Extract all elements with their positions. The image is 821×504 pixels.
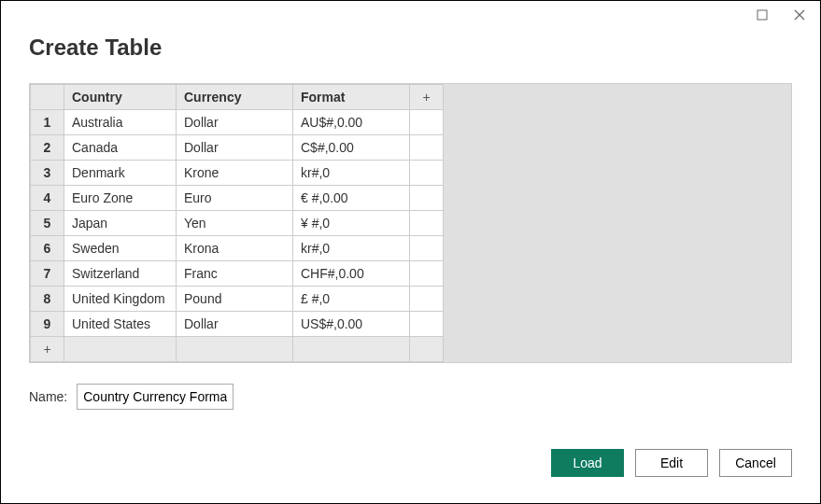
name-row: Name: [29, 384, 792, 410]
table-row: 2CanadaDollarC$#,0.00 [31, 135, 444, 161]
row-header[interactable]: 6 [31, 236, 64, 261]
create-table-dialog: Create Table Country Currency Format + 1… [0, 0, 821, 504]
name-input[interactable] [77, 384, 234, 410]
cell-format[interactable]: C$#,0.00 [293, 135, 410, 161]
edit-button[interactable]: Edit [635, 449, 708, 477]
cell-currency[interactable]: Dollar [177, 110, 293, 135]
cell-country[interactable]: Japan [64, 211, 177, 236]
cell-empty[interactable] [410, 161, 444, 186]
cell-currency[interactable]: Yen [177, 211, 293, 236]
add-column-button[interactable]: + [410, 85, 444, 110]
table-row: 4Euro ZoneEuro€ #,0.00 [31, 186, 444, 211]
close-icon [794, 9, 805, 21]
table-row: 6SwedenKronakr#,0 [31, 236, 444, 261]
column-header-country[interactable]: Country [64, 85, 177, 110]
cell-format[interactable]: AU$#,0.00 [293, 110, 410, 135]
cell-format[interactable]: £ #,0 [293, 287, 410, 312]
table-row: 8United KingdomPound£ #,0 [31, 287, 444, 312]
cancel-button[interactable]: Cancel [719, 449, 792, 477]
row-header[interactable]: 9 [31, 312, 64, 337]
cell-format[interactable]: ¥ #,0 [293, 211, 410, 236]
row-header[interactable]: 8 [31, 287, 64, 312]
table-row: 7SwitzerlandFrancCHF#,0.00 [31, 261, 444, 287]
name-label: Name: [29, 389, 67, 404]
cell-empty[interactable] [410, 337, 444, 362]
cell-format[interactable]: CHF#,0.00 [293, 261, 410, 287]
cell-currency[interactable]: Euro [177, 186, 293, 211]
cell-currency[interactable]: Pound [177, 287, 293, 312]
row-header[interactable]: 7 [31, 261, 64, 287]
add-row: + [31, 337, 444, 362]
row-header[interactable]: 1 [31, 110, 64, 135]
row-header[interactable]: 2 [31, 135, 64, 161]
column-header-format[interactable]: Format [293, 85, 410, 110]
cell-country[interactable]: Euro Zone [64, 186, 177, 211]
maximize-icon [757, 9, 768, 21]
cell-country[interactable]: Switzerland [64, 261, 177, 287]
column-header-currency[interactable]: Currency [177, 85, 293, 110]
maximize-button[interactable] [749, 2, 775, 28]
table-row: 5JapanYen¥ #,0 [31, 211, 444, 236]
cell-empty[interactable] [410, 186, 444, 211]
table-grid-area: Country Currency Format + 1AustraliaDoll… [29, 83, 792, 363]
cell-empty[interactable] [410, 236, 444, 261]
cell-format[interactable]: kr#,0 [293, 161, 410, 186]
cell-country[interactable]: United States [64, 312, 177, 337]
cell-currency[interactable]: Dollar [177, 135, 293, 161]
cell-empty[interactable] [410, 261, 444, 287]
table-row: 3DenmarkKronekr#,0 [31, 161, 444, 186]
cell-empty[interactable] [410, 211, 444, 236]
cell-empty[interactable] [410, 287, 444, 312]
cell-country[interactable]: Canada [64, 135, 177, 161]
dialog-title: Create Table [29, 35, 792, 61]
table-row: 1AustraliaDollarAU$#,0.00 [31, 110, 444, 135]
cell-empty[interactable] [64, 337, 177, 362]
svg-rect-0 [757, 10, 767, 20]
row-header[interactable]: 5 [31, 211, 64, 236]
cell-empty[interactable] [293, 337, 410, 362]
cell-empty[interactable] [410, 312, 444, 337]
cell-format[interactable]: kr#,0 [293, 236, 410, 261]
cell-country[interactable]: Denmark [64, 161, 177, 186]
cell-currency[interactable]: Krone [177, 161, 293, 186]
cell-format[interactable]: € #,0.00 [293, 186, 410, 211]
row-header[interactable]: 3 [31, 161, 64, 186]
row-header[interactable]: 4 [31, 186, 64, 211]
cell-empty[interactable] [410, 110, 444, 135]
grid-corner[interactable] [31, 85, 64, 110]
add-row-button[interactable]: + [31, 337, 64, 362]
button-row: Load Edit Cancel [551, 449, 792, 477]
cell-currency[interactable]: Franc [177, 261, 293, 287]
load-button[interactable]: Load [551, 449, 624, 477]
close-button[interactable] [786, 2, 813, 28]
cell-format[interactable]: US$#,0.00 [293, 312, 410, 337]
cell-empty[interactable] [177, 337, 293, 362]
titlebar [1, 1, 820, 29]
cell-country[interactable]: Sweden [64, 236, 177, 261]
table-row: 9United StatesDollarUS$#,0.00 [31, 312, 444, 337]
cell-country[interactable]: United Kingdom [64, 287, 177, 312]
data-table[interactable]: Country Currency Format + 1AustraliaDoll… [30, 84, 444, 362]
cell-empty[interactable] [410, 135, 444, 161]
cell-country[interactable]: Australia [64, 110, 177, 135]
cell-currency[interactable]: Dollar [177, 312, 293, 337]
cell-currency[interactable]: Krona [177, 236, 293, 261]
